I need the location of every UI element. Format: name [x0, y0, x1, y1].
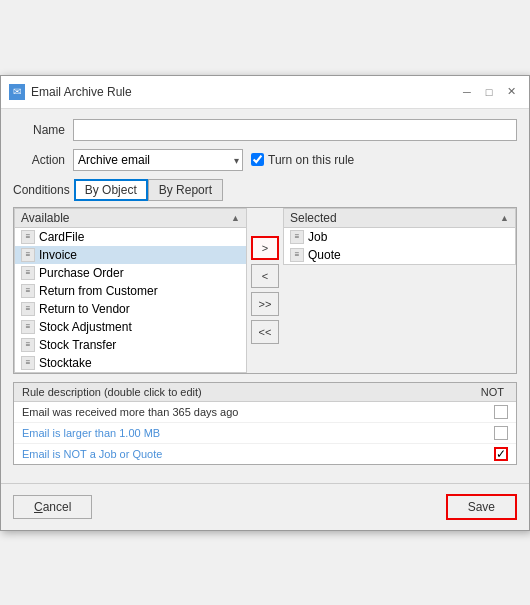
list-item[interactable]: ≡ Return from Customer — [15, 282, 246, 300]
item-icon: ≡ — [21, 302, 35, 316]
list-item[interactable]: ≡ Quote — [284, 246, 515, 264]
rule-desc-checkbox[interactable]: ✓ — [494, 447, 508, 461]
rule-desc-title: Rule description (double click to edit) — [22, 386, 202, 398]
rule-desc-row: Email was received more than 365 days ag… — [14, 402, 516, 423]
list-item[interactable]: ≡ Purchase Order — [15, 264, 246, 282]
footer-section: Cancel Save — [1, 483, 529, 530]
item-icon: ≡ — [21, 230, 35, 244]
available-header-label: Available — [21, 211, 69, 225]
transfer-buttons: > < >> << — [247, 208, 283, 373]
rule-desc-text[interactable]: Email was received more than 365 days ag… — [22, 406, 238, 418]
name-input[interactable] — [73, 119, 517, 141]
move-right-button[interactable]: > — [251, 236, 279, 260]
list-item[interactable]: ≡ Stocktake — [15, 354, 246, 372]
main-window: ✉ Email Archive Rule ─ □ ✕ Name Action A… — [0, 75, 530, 531]
selected-list-header: Selected ▲ — [284, 209, 515, 228]
rule-desc-row: Email is NOT a Job or Quote ✓ — [14, 444, 516, 464]
titlebar-left: ✉ Email Archive Rule — [9, 84, 132, 100]
tab-by-object[interactable]: By Object — [74, 179, 148, 201]
titlebar: ✉ Email Archive Rule ─ □ ✕ — [1, 76, 529, 109]
rule-desc-row: Email is larger than 1.00 MB — [14, 423, 516, 444]
item-icon: ≡ — [290, 248, 304, 262]
item-icon: ≡ — [21, 338, 35, 352]
name-label: Name — [13, 123, 65, 137]
item-icon: ≡ — [21, 284, 35, 298]
window-icon: ✉ — [9, 84, 25, 100]
turn-on-checkbox[interactable] — [251, 153, 264, 166]
selected-list-wrapper: Selected ▲ ≡ Job ≡ Quote — [283, 208, 516, 373]
content-area: Name Action Archive email Turn on this r… — [1, 109, 529, 475]
tab-by-report[interactable]: By Report — [148, 179, 223, 201]
rule-desc-checkbox[interactable] — [494, 426, 508, 440]
available-sort-icon[interactable]: ▲ — [231, 213, 240, 223]
action-row: Action Archive email Turn on this rule — [13, 149, 517, 171]
turn-on-row: Turn on this rule — [251, 153, 354, 167]
rule-desc-text[interactable]: Email is NOT a Job or Quote — [22, 448, 162, 460]
action-select[interactable]: Archive email — [73, 149, 243, 171]
list-item[interactable]: ≡ Return to Vendor — [15, 300, 246, 318]
item-icon: ≡ — [21, 266, 35, 280]
list-item[interactable]: ≡ Stock Adjustment — [15, 318, 246, 336]
available-list-wrapper: Available ▲ ≡ CardFile ≡ Invoice ≡ Purch… — [14, 208, 247, 373]
list-item[interactable]: ≡ CardFile — [15, 228, 246, 246]
rule-desc-header: Rule description (double click to edit) … — [14, 383, 516, 402]
list-item[interactable]: ≡ Job — [284, 228, 515, 246]
conditions-tabs: Conditions By Object By Report — [13, 179, 517, 201]
rule-desc-text[interactable]: Email is larger than 1.00 MB — [22, 427, 160, 439]
action-label: Action — [13, 153, 65, 167]
minimize-button[interactable]: ─ — [457, 82, 477, 102]
selected-header-label: Selected — [290, 211, 337, 225]
cancel-button[interactable]: Cancel — [13, 495, 92, 519]
conditions-section: Conditions By Object By Report — [13, 179, 517, 201]
rule-description-section: Rule description (double click to edit) … — [13, 382, 517, 465]
list-item[interactable]: ≡ Stock Transfer — [15, 336, 246, 354]
move-all-right-button[interactable]: >> — [251, 292, 279, 316]
turn-on-label: Turn on this rule — [268, 153, 354, 167]
action-select-wrapper: Archive email — [73, 149, 243, 171]
rule-desc-not-label: NOT — [481, 386, 508, 398]
name-row: Name — [13, 119, 517, 141]
titlebar-controls: ─ □ ✕ — [457, 82, 521, 102]
maximize-button[interactable]: □ — [479, 82, 499, 102]
available-list-header: Available ▲ — [15, 209, 246, 228]
item-icon: ≡ — [21, 248, 35, 262]
rule-desc-checkbox[interactable] — [494, 405, 508, 419]
item-icon: ≡ — [21, 356, 35, 370]
selected-sort-icon[interactable]: ▲ — [500, 213, 509, 223]
item-icon: ≡ — [21, 320, 35, 334]
move-left-button[interactable]: < — [251, 264, 279, 288]
list-item[interactable]: ≡ Invoice — [15, 246, 246, 264]
selected-list: Selected ▲ ≡ Job ≡ Quote — [283, 208, 516, 265]
window-title: Email Archive Rule — [31, 85, 132, 99]
close-button[interactable]: ✕ — [501, 82, 521, 102]
move-all-left-button[interactable]: << — [251, 320, 279, 344]
conditions-label: Conditions — [13, 183, 70, 197]
save-button[interactable]: Save — [446, 494, 517, 520]
available-list: Available ▲ ≡ CardFile ≡ Invoice ≡ Purch… — [14, 208, 247, 373]
item-icon: ≡ — [290, 230, 304, 244]
lists-container: Available ▲ ≡ CardFile ≡ Invoice ≡ Purch… — [13, 207, 517, 374]
